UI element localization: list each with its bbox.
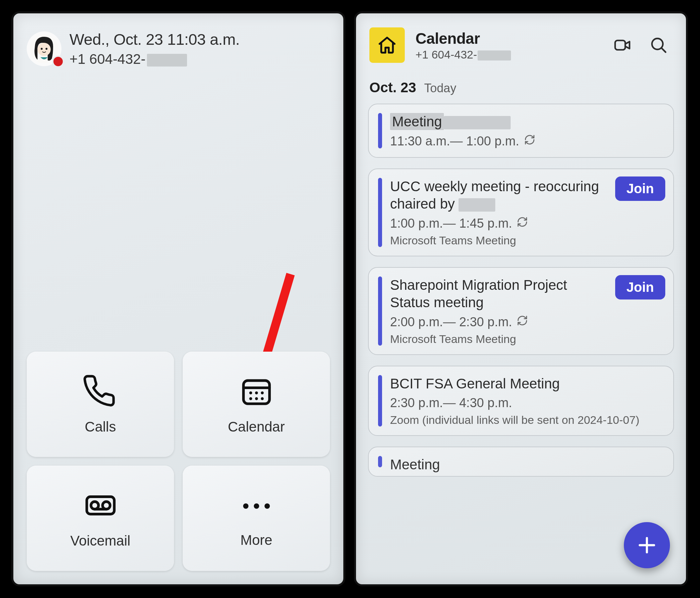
svg-point-1	[38, 43, 51, 56]
svg-point-11	[255, 397, 258, 400]
join-button[interactable]: Join	[615, 176, 665, 201]
event-card[interactable]: BCIT FSA General Meeting 2:30 p.m.— 4:30…	[368, 366, 674, 436]
status-bar: Wed., Oct. 23 11:03 a.m. +1 604-432-	[14, 14, 343, 71]
svg-point-12	[261, 397, 264, 400]
redacted-mask	[458, 198, 495, 212]
tile-label: Calls	[85, 419, 116, 435]
home-screen: Wed., Oct. 23 11:03 a.m. +1 604-432-	[11, 11, 345, 586]
more-tile[interactable]: More	[183, 465, 330, 571]
home-button[interactable]	[369, 27, 405, 63]
svg-point-3	[45, 48, 47, 50]
event-time: 1:00 p.m.— 1:45 p.m.	[390, 216, 664, 231]
event-card[interactable]: Sharepoint Migration Project Status meet…	[368, 267, 674, 355]
tile-label: Voicemail	[71, 533, 131, 549]
event-location: Microsoft Teams Meeting	[390, 333, 664, 345]
tile-label: Calendar	[228, 419, 284, 435]
status-phone: +1 604-432-	[70, 51, 240, 67]
event-title: BCIT FSA General Meeting	[390, 375, 664, 393]
event-card[interactable]: Meeting	[368, 447, 674, 477]
event-stripe	[378, 456, 382, 467]
top-bar: Calendar +1 604-432-	[356, 14, 686, 70]
date-relative: Today	[424, 81, 456, 95]
presence-busy-icon	[52, 55, 64, 68]
date-label: Oct. 23	[369, 79, 416, 96]
redacted-mask	[478, 50, 511, 61]
redacted-mask	[444, 116, 510, 129]
video-icon	[613, 36, 632, 54]
svg-rect-17	[615, 41, 625, 50]
event-stripe	[378, 113, 382, 148]
status-datetime: Wed., Oct. 23 11:03 a.m.	[70, 30, 240, 48]
voicemail-icon	[83, 488, 118, 524]
calendar-tile[interactable]: Calendar	[183, 352, 330, 457]
date-header: Oct. 23 Today	[356, 70, 686, 104]
page-title: Calendar	[416, 29, 600, 47]
redacted-mask	[147, 54, 187, 67]
event-time: 11:30 a.m.— 1:00 p.m.	[390, 134, 664, 148]
search-button[interactable]	[649, 36, 668, 54]
status-text: Wed., Oct. 23 11:03 a.m. +1 604-432-	[70, 30, 240, 67]
svg-point-10	[249, 397, 252, 400]
page-subtitle: +1 604-432-	[416, 48, 600, 61]
tile-grid: Calls Calendar	[27, 352, 330, 571]
event-stripe	[378, 277, 382, 345]
event-title: Meeting	[390, 456, 664, 474]
event-title: Meeting	[390, 113, 664, 131]
plus-icon	[636, 534, 657, 556]
search-icon	[649, 36, 668, 54]
svg-point-8	[255, 391, 258, 394]
svg-line-19	[661, 48, 666, 52]
recurring-icon	[517, 315, 528, 329]
calendar-icon	[239, 374, 274, 410]
event-list[interactable]: Meeting 11:30 a.m.— 1:00 p.m. UCC weekly…	[356, 104, 686, 477]
meet-now-button[interactable]	[613, 36, 632, 54]
event-card[interactable]: UCC weekly meeting - reoccuring chaired …	[368, 168, 674, 256]
svg-point-9	[261, 391, 264, 394]
svg-point-7	[249, 391, 252, 394]
event-stripe	[378, 178, 382, 247]
svg-line-4	[264, 274, 291, 364]
svg-point-2	[41, 48, 43, 50]
tile-label: More	[241, 532, 273, 548]
phone-icon	[83, 374, 118, 410]
more-icon	[243, 489, 270, 523]
event-card[interactable]: Meeting 11:30 a.m.— 1:00 p.m.	[368, 104, 674, 158]
voicemail-tile[interactable]: Voicemail	[27, 465, 174, 571]
calendar-screen: Calendar +1 604-432- Oct. 23 Today	[354, 11, 688, 586]
recurring-icon	[524, 134, 535, 148]
join-button[interactable]: Join	[615, 275, 665, 300]
new-event-fab[interactable]	[624, 522, 670, 568]
event-time: 2:30 p.m.— 4:30 p.m.	[390, 396, 664, 410]
avatar[interactable]	[27, 31, 61, 66]
calls-tile[interactable]: Calls	[27, 352, 174, 457]
event-time: 2:00 p.m.— 2:30 p.m.	[390, 315, 664, 329]
event-location: Zoom (individual links will be sent on 2…	[390, 413, 664, 427]
event-stripe	[378, 375, 382, 427]
event-location: Microsoft Teams Meeting	[390, 234, 664, 247]
recurring-icon	[517, 216, 528, 231]
home-icon	[377, 35, 397, 55]
